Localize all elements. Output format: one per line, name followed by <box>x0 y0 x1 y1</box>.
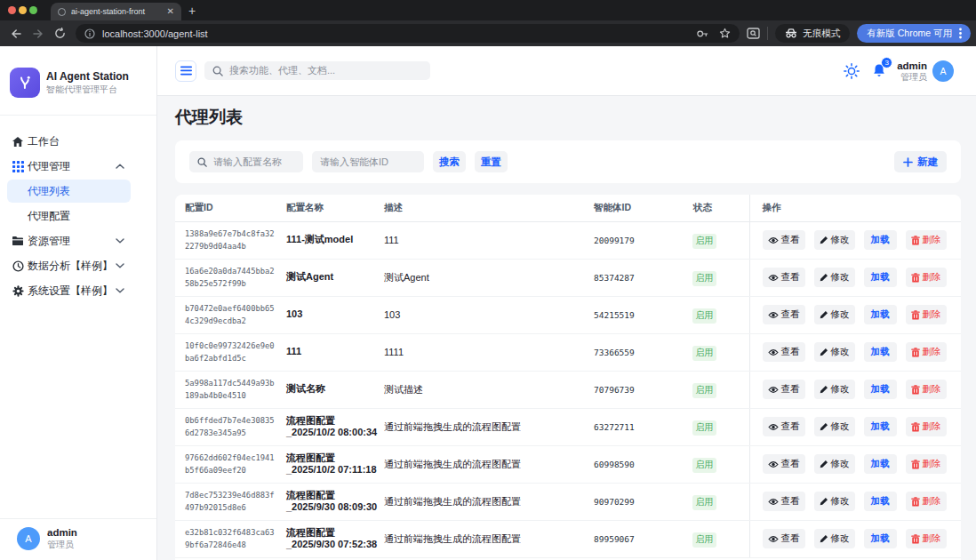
view-button[interactable]: 查看 <box>763 305 805 324</box>
cell-status: 启用 <box>681 408 749 445</box>
hamburger-icon <box>180 66 192 76</box>
cell-config-name: 流程图配置_2025/9/30 08:09:30 <box>276 483 374 520</box>
sidebar-item-label: 代理管理 <box>28 159 116 174</box>
app-logo: AI Agent Station 智能代理管理平台 <box>0 46 156 115</box>
load-button[interactable]: 加载 <box>864 492 897 511</box>
view-button[interactable]: 查看 <box>763 417 805 436</box>
sidebar-item-系统设置样例[interactable]: 系统设置【样例】 <box>7 279 131 302</box>
cell-description: 测试描述 <box>374 371 584 408</box>
cell-status: 启用 <box>681 520 749 557</box>
trash-icon <box>911 310 920 320</box>
delete-button[interactable]: 删除 <box>906 230 947 250</box>
global-search-input[interactable]: 搜索功能、代理、文档... <box>204 61 430 80</box>
sidebar-item-label: 数据分析【样例】 <box>28 259 116 274</box>
window-controls[interactable] <box>8 6 37 14</box>
cell-actions: 查看修改加载删除 <box>749 483 961 520</box>
config-name-input[interactable]: 请输入配置名称 <box>189 151 303 172</box>
cell-agent-id: 73366559 <box>584 333 681 371</box>
reset-button[interactable]: 重置 <box>475 151 508 172</box>
back-icon[interactable] <box>10 28 22 40</box>
header-user[interactable]: admin 管理员 <box>897 60 927 83</box>
edit-button[interactable]: 修改 <box>814 342 855 362</box>
search-button[interactable]: 搜索 <box>433 151 466 172</box>
browser-tab[interactable]: ai-agent-station-front ✕ <box>51 3 181 20</box>
create-button[interactable]: 新建 <box>894 151 947 172</box>
edit-button[interactable]: 修改 <box>814 305 855 324</box>
tab-title: ai-agent-station-front <box>71 7 162 16</box>
header-user-role: 管理员 <box>897 72 927 83</box>
view-button[interactable]: 查看 <box>763 380 805 399</box>
eye-icon <box>768 274 779 282</box>
url-text: localhost:3000/agent-list <box>102 28 689 39</box>
edit-button[interactable]: 修改 <box>814 380 855 399</box>
view-button[interactable]: 查看 <box>763 268 805 287</box>
load-button[interactable]: 加载 <box>864 305 897 324</box>
cell-status: 启用 <box>681 221 749 259</box>
tab-close-icon[interactable]: ✕ <box>167 7 174 16</box>
table-row: 5a998a117dc5449a93b189ab4b0e4510测试名称测试描述… <box>175 371 961 408</box>
site-info-icon[interactable] <box>84 28 95 39</box>
theme-toggle-icon[interactable] <box>844 63 860 79</box>
view-button[interactable]: 查看 <box>763 230 805 250</box>
delete-button[interactable]: 删除 <box>906 417 947 436</box>
sidebar-user[interactable]: A admin 管理员 <box>0 518 156 560</box>
delete-button[interactable]: 删除 <box>906 492 947 511</box>
load-button[interactable]: 加载 <box>864 529 897 548</box>
browser-menu-icon[interactable] <box>959 28 962 39</box>
sidebar-item-资源管理[interactable]: 资源管理 <box>7 229 131 252</box>
delete-button[interactable]: 删除 <box>906 380 947 399</box>
pencil-icon <box>820 534 828 543</box>
status-badge: 启用 <box>692 308 716 324</box>
delete-button[interactable]: 删除 <box>906 305 947 324</box>
edit-button[interactable]: 修改 <box>814 268 855 287</box>
cell-config-name: 测试名称 <box>276 371 374 408</box>
edit-button[interactable]: 修改 <box>814 529 855 548</box>
delete-button[interactable]: 删除 <box>906 529 947 548</box>
bookmark-star-icon[interactable] <box>719 28 731 39</box>
load-button[interactable]: 加载 <box>864 342 897 362</box>
load-button[interactable]: 加载 <box>864 268 897 287</box>
edit-button[interactable]: 修改 <box>814 230 855 250</box>
delete-button[interactable]: 删除 <box>906 342 947 362</box>
forward-icon[interactable] <box>32 28 44 40</box>
header-avatar[interactable]: A <box>932 60 954 82</box>
load-button[interactable]: 加载 <box>864 417 897 436</box>
address-bar[interactable]: localhost:3000/agent-list <box>76 24 740 43</box>
delete-button[interactable]: 删除 <box>906 268 947 287</box>
edit-button[interactable]: 修改 <box>814 454 855 474</box>
grid-icon <box>12 161 24 172</box>
view-button[interactable]: 查看 <box>763 454 805 474</box>
sidebar-avatar: A <box>17 527 40 550</box>
view-button[interactable]: 查看 <box>763 529 805 548</box>
delete-button[interactable]: 删除 <box>906 454 947 474</box>
sidebar-item-数据分析样例[interactable]: 数据分析【样例】 <box>7 254 131 277</box>
cell-actions: 查看修改加载删除 <box>749 296 961 333</box>
sidebar-item-代理配置[interactable]: 代理配置 <box>7 204 131 228</box>
tab-search-icon[interactable] <box>747 28 760 40</box>
minimize-window-button[interactable] <box>19 6 27 14</box>
new-tab-button[interactable]: + <box>188 4 196 18</box>
load-button[interactable]: 加载 <box>864 380 897 399</box>
sidebar-item-代理管理[interactable]: 代理管理 <box>7 155 131 178</box>
cell-config-name: 111 <box>276 333 374 371</box>
collapse-sidebar-button[interactable] <box>175 60 196 82</box>
view-button[interactable]: 查看 <box>763 492 805 511</box>
notifications-button[interactable]: 3 <box>872 63 886 78</box>
edit-button[interactable]: 修改 <box>814 492 855 511</box>
load-button[interactable]: 加载 <box>864 454 897 474</box>
agent-id-input[interactable]: 请输入智能体ID <box>312 151 424 172</box>
close-window-button[interactable] <box>8 6 16 14</box>
passkey-icon[interactable] <box>696 28 709 39</box>
maximize-window-button[interactable] <box>29 6 37 14</box>
view-button[interactable]: 查看 <box>763 342 805 362</box>
cell-config-name: 流程图配置_2025/9/30 07:52:38 <box>276 520 374 557</box>
sidebar-item-工作台[interactable]: 工作台 <box>7 130 131 153</box>
table-row: b70472e0aef6400bb654c329d9ecdba210310354… <box>175 296 961 333</box>
load-button[interactable]: 加载 <box>864 230 897 250</box>
edit-button[interactable]: 修改 <box>814 417 855 436</box>
cell-config-id: 5a998a117dc5449a93b189ab4b0e4510 <box>175 371 276 408</box>
reload-icon[interactable] <box>54 28 66 39</box>
chrome-update-button[interactable]: 有新版 Chrome 可用 <box>857 24 971 43</box>
sidebar-item-代理列表[interactable]: 代理列表 <box>7 180 131 203</box>
page-content: 代理列表 请输入配置名称 请输入智能体ID 搜索 重置 新建 <box>157 96 976 560</box>
